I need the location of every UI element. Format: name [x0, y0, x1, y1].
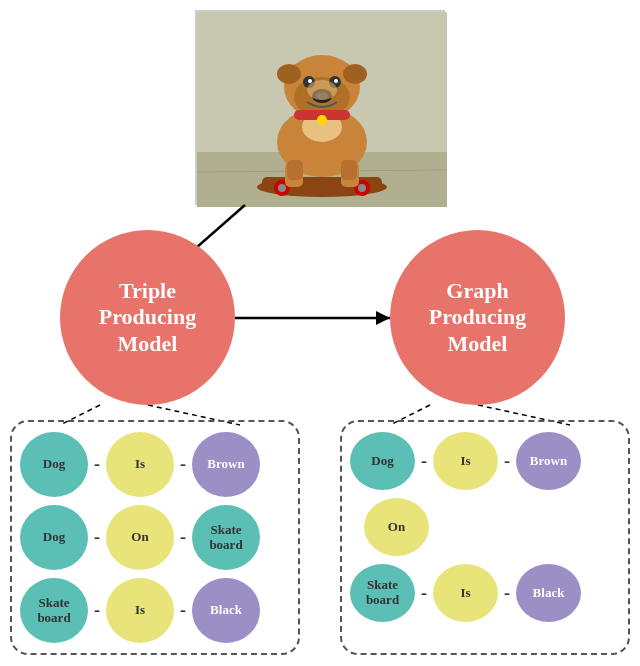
dot-2: -	[180, 454, 186, 475]
graph-node-is-2: Is	[433, 564, 498, 622]
graph-producing-model: GraphProducingModel	[390, 230, 565, 405]
svg-rect-24	[341, 160, 357, 180]
dot-5: -	[94, 600, 100, 621]
node-is-1: Is	[106, 432, 174, 497]
svg-marker-31	[376, 311, 390, 325]
svg-point-7	[278, 184, 286, 192]
dot-6: -	[180, 600, 186, 621]
svg-point-19	[343, 64, 367, 84]
dot-3: -	[94, 527, 100, 548]
node-dog-1: Dog	[20, 432, 88, 497]
svg-point-26	[317, 115, 327, 125]
graph-node-dog: Dog	[350, 432, 415, 490]
svg-point-27	[307, 80, 337, 100]
svg-rect-23	[287, 160, 303, 180]
dot-4: -	[180, 527, 186, 548]
dot-1: -	[94, 454, 100, 475]
graph-dot-4: -	[421, 583, 427, 604]
graph-output-box: Dog - Is - Brown - On Skateboard - Is - …	[340, 420, 630, 655]
node-dog-2: Dog	[20, 505, 88, 570]
graph-node-on: On	[364, 498, 429, 556]
triple-producing-model: TripleProducingModel	[60, 230, 235, 405]
node-is-2: Is	[106, 578, 174, 643]
triple-row-3: Skateboard - Is - Black	[20, 578, 290, 643]
triple-model-label: TripleProducingModel	[99, 278, 196, 357]
node-on-1: On	[106, 505, 174, 570]
triple-output-box: Dog - Is - Brown Dog - On - Skateboard S…	[10, 420, 300, 655]
graph-node-brown: Brown	[516, 432, 581, 490]
graph-row-1: Dog - Is - Brown	[350, 432, 620, 490]
graph-dot-1: -	[421, 451, 427, 472]
graph-row-3: Skateboard - Is - Black	[350, 564, 620, 622]
main-container: TripleProducingModel GraphProducingModel…	[0, 0, 640, 666]
svg-point-15	[334, 79, 338, 83]
dog-image	[195, 10, 445, 205]
svg-point-8	[358, 184, 366, 192]
triple-row-2: Dog - On - Skateboard	[20, 505, 290, 570]
svg-point-18	[277, 64, 301, 84]
svg-point-14	[308, 79, 312, 83]
graph-dot-2: -	[504, 451, 510, 472]
triple-row-1: Dog - Is - Brown	[20, 432, 290, 497]
graph-node-black: Black	[516, 564, 581, 622]
node-black-1: Black	[192, 578, 260, 643]
graph-model-label: GraphProducingModel	[429, 278, 526, 357]
graph-dot-5: -	[504, 583, 510, 604]
node-skateboard-2: Skateboard	[20, 578, 88, 643]
graph-row-2: - On	[350, 498, 620, 556]
graph-node-skateboard: Skateboard	[350, 564, 415, 622]
node-skateboard-1: Skateboard	[192, 505, 260, 570]
graph-node-is-1: Is	[433, 432, 498, 490]
node-brown-1: Brown	[192, 432, 260, 497]
